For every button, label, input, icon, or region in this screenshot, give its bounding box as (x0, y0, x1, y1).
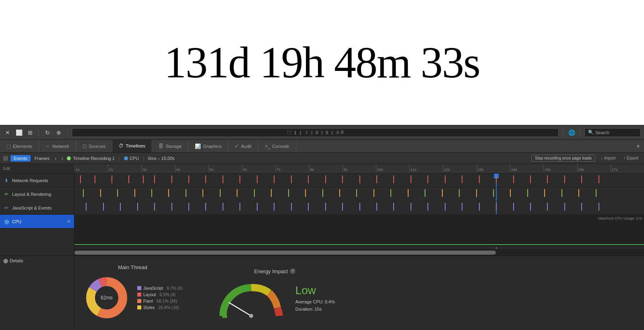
cpu-line (74, 244, 644, 245)
legend-detail-paint: 58.1% (36) (157, 299, 177, 303)
layout-rendering-track (74, 187, 644, 201)
svg-line-5 (229, 303, 251, 316)
track-label-cpu[interactable]: ⬤ CPU ✕ (0, 215, 74, 228)
edit-label: Edit (3, 166, 10, 171)
main-thread-title: Main Thread (118, 264, 147, 270)
timeline-tick (325, 175, 326, 183)
track-label-js-events[interactable]: ✏ JavaScript & Events (0, 201, 74, 215)
counter2: 0 (326, 130, 328, 135)
time-mark: 13s (477, 164, 510, 172)
cpu-badge: CPU (124, 156, 139, 161)
devtools-toolbar: ✕ ⬜ ⊞ ↻ ⊗ ⬚ 1 | ☽ | 0 | 0 | ⚠ 0 🌐 🔍 Sear… (0, 125, 644, 140)
time-mark: 6s (242, 164, 275, 172)
legend-label-paint: Paint (143, 299, 153, 303)
timeline-tick (408, 189, 409, 197)
tab-network[interactable]: ↔ Network (39, 140, 76, 152)
track-label-layout-rendering[interactable]: ✏ Layout & Rendering (0, 187, 74, 201)
donut-center-label: 62ms (101, 295, 112, 301)
cpu-badge-label: CPU (130, 156, 139, 161)
timeline-tick (205, 203, 206, 211)
gauge-chart (215, 278, 287, 318)
tab-audit[interactable]: ✓ Audit (228, 140, 258, 152)
timeline-tick (223, 175, 223, 183)
timeline-tick (376, 203, 377, 211)
timeline-tick (137, 203, 138, 211)
timeline-tick (578, 189, 579, 197)
timeline-tick (151, 189, 152, 197)
timeline-scrollbar[interactable] (74, 249, 644, 255)
tab-storage[interactable]: 🗄 Storage (152, 140, 188, 152)
time-mark: 11s (409, 164, 443, 172)
tab-timelines[interactable]: ⏱ Timelines (112, 140, 152, 152)
tab-sources[interactable]: ⬡ Sources (76, 140, 112, 152)
recording-dot (67, 156, 71, 160)
counter1: 0 (316, 130, 318, 135)
url-bar[interactable]: ⬚ 1 | ☽ | 0 | 0 | ⚠ 0 (72, 128, 559, 137)
split-view-button[interactable]: ⊞ (26, 128, 35, 137)
timeline-tick (496, 175, 497, 183)
cpu-label: CPU (12, 219, 21, 224)
timeline-tick (513, 175, 514, 183)
storage-tab-label: Storage (165, 144, 182, 149)
legend-color-javascript (137, 286, 141, 290)
main-thread-chart-content: 62ms JavaScript 9.7% (6) Layout 6.5% (4) (83, 274, 183, 322)
add-tab-button[interactable]: + (632, 140, 644, 152)
timeline-tick (530, 175, 531, 183)
time-mark: 2s (108, 164, 141, 172)
timeline-tick (374, 189, 374, 197)
close-cpu-track-button[interactable]: ✕ (67, 219, 71, 224)
timeline-tick (581, 203, 582, 211)
timeline-tick (86, 203, 87, 211)
timeline-tick (359, 203, 360, 211)
close-button[interactable]: ✕ (3, 128, 12, 137)
cpu-track: Maximum CPU Usage: 0.% (74, 215, 644, 247)
import-button[interactable]: ↓ Import (599, 155, 618, 161)
next-recording-button[interactable]: › (60, 155, 65, 162)
timeline-tick (339, 189, 340, 197)
energy-help-icon[interactable]: ? (290, 268, 295, 274)
cpu-max-label: Maximum CPU Usage: 0.% (598, 216, 642, 220)
timeline-tick (527, 189, 528, 197)
tab-elements[interactable]: ⬚ Elements (0, 140, 39, 152)
network-requests-track (74, 174, 644, 187)
main-thread-chart-section: Main Thread (83, 264, 183, 322)
console-tab-icon: >_ (265, 143, 270, 149)
url-bar-sep3: | (321, 130, 322, 135)
time-mark: 7s (275, 164, 309, 172)
stop-recording-button[interactable]: Stop recording once page loads (531, 155, 595, 162)
timeline-tick (274, 175, 275, 183)
tab-graphics[interactable]: 📊 Graphics (188, 140, 228, 152)
legend-color-paint (137, 299, 141, 303)
timeline-tick (544, 189, 545, 197)
timeline-tick (411, 175, 411, 183)
timeline-tick (325, 203, 326, 211)
tab-console[interactable]: >_ Console (258, 140, 296, 152)
energy-impact-title: Energy Impact ? (254, 268, 295, 274)
track-label-network-requests[interactable]: ⬇ Network Requests (0, 174, 74, 187)
events-toggle[interactable]: Events (10, 155, 31, 162)
timeline-tick (342, 175, 343, 183)
export-button[interactable]: ↑ Export (621, 155, 641, 161)
time-mark: 17s (611, 164, 644, 172)
audit-tab-icon: ✓ (235, 143, 239, 149)
prev-recording-button[interactable]: ‹ (54, 155, 58, 162)
time-mark: 5s (208, 164, 242, 172)
timeline-tick (564, 203, 565, 211)
sidebar-toggle-button[interactable]: ⬜ (14, 128, 23, 137)
sources-tab-icon: ⬡ (83, 143, 87, 149)
reload-button[interactable]: ↻ (43, 128, 52, 137)
timeline-tick (308, 175, 309, 183)
scrollbar-thumb[interactable] (74, 251, 496, 255)
time-ruler: 1s2s3s4s5s6s7s8s9s10s11s12s13s14s15s16s1… (74, 164, 644, 174)
stop-button[interactable]: ⊗ (54, 128, 63, 137)
svg-point-6 (249, 314, 253, 318)
legend-detail-styles: 25.8% (16) (159, 305, 179, 310)
timeline-tick (393, 203, 394, 211)
frames-button[interactable]: Frames (33, 155, 51, 162)
time-range-label: 0ms – 15.00s (148, 156, 175, 161)
timeline-tick (427, 175, 428, 183)
search-box[interactable]: 🔍 Search (584, 128, 641, 137)
toolbar-separator-4 (580, 129, 580, 137)
timeline-tick (188, 175, 189, 183)
legend-color-styles (137, 305, 141, 309)
